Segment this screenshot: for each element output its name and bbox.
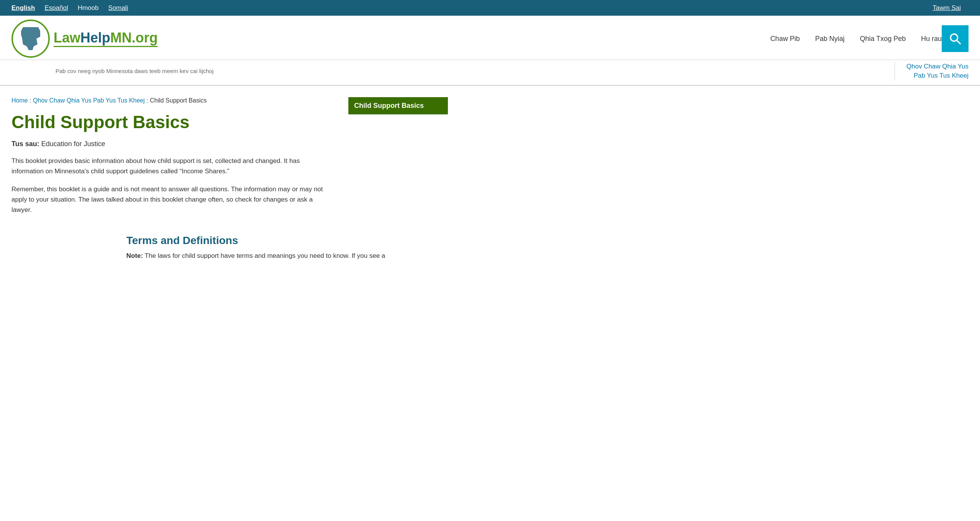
body-paragraph-2: Remember, this booklet is a guide and is… — [11, 184, 333, 215]
language-links: English Español Hmoob Somali — [11, 4, 136, 12]
minnesota-map-icon — [19, 25, 42, 52]
header-right: Chaw Pib Pab Nyiaj Qhia Txog Peb Hu rau — [755, 25, 969, 52]
page-title: Child Support Basics — [11, 112, 333, 132]
site-tagline: Pab cov neeg nyob Minnesota daws teeb me… — [11, 68, 214, 74]
logo-org: .org — [132, 30, 158, 46]
breadcrumb-sep1: : — [29, 97, 33, 104]
author-label: Tus sau: — [11, 140, 39, 148]
search-icon — [949, 33, 961, 45]
logo-mn: MN — [110, 30, 132, 46]
sidebar-toc: Child Support Basics — [348, 97, 448, 114]
main-container: Home : Qhov Chaw Qhia Yus Pab Yus Tus Kh… — [0, 86, 459, 234]
terms-note-body: The laws for child support have terms an… — [145, 252, 385, 259]
lang-somali[interactable]: Somali — [108, 4, 128, 11]
terms-note-label: Note: — [126, 252, 143, 259]
breadcrumb: Home : Qhov Chaw Qhia Yus Pab Yus Tus Kh… — [11, 97, 333, 104]
nav-pab-nyiaj[interactable]: Pab Nyiaj — [815, 35, 844, 43]
nav-qhia-txog-peb[interactable]: Qhia Txog Peb — [860, 35, 906, 43]
sidebar-panel: Child Support Basics — [348, 97, 448, 223]
find-help-link[interactable]: Qhov Chaw Qhia Yus Pab Yus Tus Kheej — [895, 62, 969, 80]
breadcrumb-current: Child Support Basics — [150, 97, 207, 104]
language-bar: English Español Hmoob Somali Tawm Sai — [0, 0, 980, 16]
logo-text-area: LawHelpMN.org — [54, 30, 158, 47]
terms-section: Terms and Definitions Note: The laws for… — [111, 234, 448, 261]
logo-text: LawHelpMN.org — [54, 30, 158, 46]
logo-law: Law — [54, 30, 80, 46]
site-logo[interactable]: LawHelpMN.org — [11, 20, 158, 58]
content-area: Home : Qhov Chaw Qhia Yus Pab Yus Tus Kh… — [11, 97, 348, 223]
body-paragraph-1: This booklet provides basic information … — [11, 156, 333, 176]
svg-line-1 — [957, 41, 960, 44]
nav-hu-rau[interactable]: Hu rau — [921, 35, 942, 43]
bottom-section: Terms and Definitions Note: The laws for… — [0, 234, 459, 272]
search-button[interactable] — [942, 25, 969, 52]
main-nav: Chaw Pib Pab Nyiaj Qhia Txog Peb Hu rau — [755, 35, 942, 43]
exit-link[interactable]: Tawm Sai — [933, 4, 961, 11]
author-line: Tus sau: Education for Justice — [11, 140, 333, 148]
logo-help: Help — [80, 30, 110, 46]
terms-title: Terms and Definitions — [126, 234, 448, 247]
breadcrumb-home[interactable]: Home — [11, 97, 28, 104]
header-top: LawHelpMN.org Chaw Pib Pab Nyiaj Qhia Tx… — [0, 16, 980, 58]
exit-link-container: Tawm Sai — [933, 4, 969, 12]
lang-espanol[interactable]: Español — [44, 4, 68, 11]
header: LawHelpMN.org Chaw Pib Pab Nyiaj Qhia Tx… — [0, 16, 980, 86]
logo-circle — [11, 20, 50, 58]
bottom-sidebar-spacer — [11, 234, 111, 261]
sidebar-toc-header: Child Support Basics — [348, 97, 448, 114]
logo-underline — [54, 46, 158, 47]
lang-english[interactable]: English — [11, 4, 35, 11]
nav-chaw-pib[interactable]: Chaw Pib — [770, 35, 800, 43]
breadcrumb-section[interactable]: Qhov Chaw Qhia Yus Pab Yus Tus Kheej — [33, 97, 145, 104]
terms-note: Note: The laws for child support have te… — [126, 251, 448, 261]
author-name-text: Education for Justice — [41, 140, 105, 148]
lang-hmoob[interactable]: Hmoob — [78, 4, 99, 11]
header-bottom: Pab cov neeg nyob Minnesota daws teeb me… — [0, 60, 980, 85]
